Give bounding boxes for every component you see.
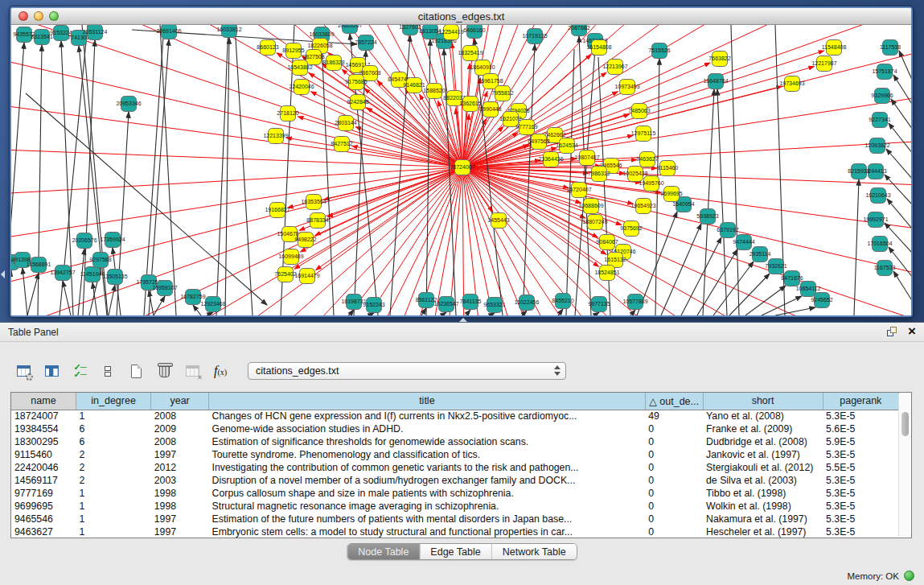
graph-node[interactable]: 5938923 xyxy=(696,209,718,225)
graph-node[interactable]: 9152243 xyxy=(363,298,384,313)
graph-node[interactable]: 7515526 xyxy=(648,43,670,59)
graph-node[interactable]: 20206576 xyxy=(72,233,97,249)
row-options-button[interactable] xyxy=(97,360,118,381)
graph-node[interactable]: 2803144 xyxy=(335,116,356,131)
graph-node[interactable]: 8471676 xyxy=(781,271,803,286)
graph-node[interactable]: 12217987 xyxy=(811,56,836,72)
network-view-window[interactable]: citations_edges.txt 94355728313541915322… xyxy=(10,6,913,317)
graph-node[interactable]: 15751874 xyxy=(872,64,897,80)
graph-node[interactable]: 18807249 xyxy=(582,215,607,230)
scrollbar-thumb[interactable] xyxy=(901,412,909,436)
graph-node[interactable]: 9084067 xyxy=(596,235,618,250)
network-canvas[interactable]: 9435572831354191532247741302205311242069… xyxy=(11,25,911,315)
graph-node[interactable]: 1588520 xyxy=(423,84,445,99)
network-window-titlebar[interactable]: citations_edges.txt xyxy=(11,8,911,25)
graph-node[interactable]: 17016504 xyxy=(867,237,892,252)
float-panel-icon[interactable] xyxy=(887,327,898,337)
close-panel-icon[interactable]: × xyxy=(908,323,916,340)
graph-node[interactable]: 8427512 xyxy=(331,137,352,152)
graph-node[interactable]: 19992971 xyxy=(863,212,888,228)
graph-node[interactable]: 11022456 xyxy=(515,295,540,311)
graph-node[interactable]: 1117538 xyxy=(880,40,901,56)
graph-node[interactable]: 16210643 xyxy=(865,188,890,204)
column-header-year[interactable]: year xyxy=(151,393,209,410)
graph-node[interactable]: 9977135 xyxy=(588,297,610,312)
graph-node[interactable]: 7841135 xyxy=(460,295,482,310)
graph-node[interactable]: 1167533 xyxy=(874,261,896,276)
graph-node[interactable]: 7857224 xyxy=(355,35,376,51)
graph-node[interactable]: 10973493 xyxy=(614,80,639,95)
graph-node[interactable]: 9474444 xyxy=(733,235,754,250)
graph-node[interactable]: 10807487 xyxy=(574,150,599,166)
graph-node[interactable]: 1362615 xyxy=(459,97,481,112)
tab-edge-table[interactable]: Edge Table xyxy=(420,544,491,559)
table-row[interactable]: 977716911998Corpus callosum shape and si… xyxy=(11,487,899,500)
graph-node[interactable]: 1624534 xyxy=(556,138,577,154)
table-vertical-scrollbar[interactable] xyxy=(898,393,910,537)
function-builder-button[interactable]: f(x) xyxy=(210,360,231,381)
column-header-name[interactable]: name xyxy=(11,393,76,410)
graph-node[interactable]: 10653267 xyxy=(337,25,362,34)
graph-node[interactable]: 9115460 xyxy=(657,161,679,176)
graph-node[interactable]: 8990448 xyxy=(479,102,501,117)
column-header-out_degree[interactable]: △ out_de... xyxy=(645,393,703,410)
graph-node[interactable]: 8215938 xyxy=(848,164,869,179)
graph-node[interactable]: 7955812 xyxy=(491,86,513,101)
graph-node[interactable]: 18640910 xyxy=(470,60,495,76)
tab-network-table[interactable]: Network Table xyxy=(492,544,577,559)
new-table-button[interactable] xyxy=(125,360,146,381)
graph-node[interactable]: 11451944 xyxy=(80,267,105,282)
graph-node[interactable]: 23364436 xyxy=(538,152,563,167)
graph-node[interactable]: 9297588 xyxy=(89,253,111,268)
graph-node[interactable]: 7663822 xyxy=(708,51,730,67)
select-columns-button[interactable] xyxy=(41,360,62,381)
table-row[interactable]: 1938455462009Genome-wide association stu… xyxy=(11,422,899,435)
table-row[interactable]: 911546021997Tourette syndrome. Phenomeno… xyxy=(11,448,899,461)
graph-node[interactable]: 8186328 xyxy=(322,56,344,71)
graph-node[interactable]: 9329966 xyxy=(871,89,893,104)
graph-node[interactable]: 11548408 xyxy=(822,40,847,56)
graph-node[interactable]: 1327602 xyxy=(399,25,421,35)
graph-node[interactable]: 1455443 xyxy=(487,213,509,229)
graph-node[interactable]: 7625402 xyxy=(274,267,296,282)
select-all-rows-button[interactable]: ✓─✓─ xyxy=(69,360,90,381)
graph-node[interactable]: 13505135 xyxy=(102,270,127,285)
left-splitter-arrow-icon[interactable] xyxy=(1,270,5,278)
graph-node[interactable]: 2718120 xyxy=(277,106,298,122)
graph-node[interactable]: 6466160 xyxy=(463,25,485,39)
graph-node[interactable]: 2935114 xyxy=(749,247,771,262)
table-mode-button[interactable] xyxy=(13,360,34,381)
column-header-title[interactable]: title xyxy=(209,393,646,410)
tab-node-table[interactable]: Node Table xyxy=(347,544,420,559)
table-select-dropdown[interactable]: citations_edges.txt xyxy=(248,362,566,380)
graph-node[interactable]: 20953346 xyxy=(116,97,141,112)
column-header-in_degree[interactable]: in_degree xyxy=(76,393,150,410)
graph-node[interactable]: 6379197 xyxy=(717,223,738,238)
table-row[interactable]: 1872400712008Changes of HCN gene express… xyxy=(11,410,899,422)
table-row[interactable]: 1456911722003Disruption of a novel membe… xyxy=(11,474,899,487)
graph-node[interactable]: 9245652 xyxy=(811,293,832,308)
graph-node[interactable]: 16648784 xyxy=(703,74,728,89)
delete-table-button[interactable]: × xyxy=(182,360,203,381)
graph-node[interactable]: 10688609 xyxy=(578,199,603,214)
graph-node[interactable]: 9463627 xyxy=(636,152,658,167)
table-row[interactable]: 969969511998Structural magnetic resonanc… xyxy=(11,500,899,513)
graph-node[interactable]: 16914479 xyxy=(294,269,319,284)
graph-node[interactable]: 8912955 xyxy=(282,43,304,59)
delete-rows-button[interactable] xyxy=(154,360,175,381)
graph-node[interactable]: 12975115 xyxy=(631,126,656,142)
graph-node[interactable]: 7485063 xyxy=(628,104,650,119)
graph-node[interactable]: 8878334 xyxy=(306,213,328,229)
graph-node[interactable]: 9375692 xyxy=(620,221,642,237)
graph-node[interactable]: 8455210 xyxy=(552,294,573,309)
table-row[interactable]: 2242004622012Investigating the contribut… xyxy=(11,461,899,474)
table-row[interactable]: 946362711997Embryonic stem cells: a mode… xyxy=(11,525,899,538)
graph-node[interactable]: 19734693 xyxy=(779,76,804,92)
attribute-table[interactable]: namein_degreeyeartitle△ out_de...shortpa… xyxy=(10,392,912,538)
column-header-short[interactable]: short xyxy=(703,393,823,410)
graph-node[interactable]: 9227341 xyxy=(869,113,890,128)
table-row[interactable]: 946554611997Estimation of the future num… xyxy=(11,513,899,525)
graph-node[interactable]: 12093822 xyxy=(864,138,889,154)
graph-node[interactable]: 8660123 xyxy=(257,40,278,56)
table-row[interactable]: 1830029562008Estimation of significance … xyxy=(11,435,899,448)
